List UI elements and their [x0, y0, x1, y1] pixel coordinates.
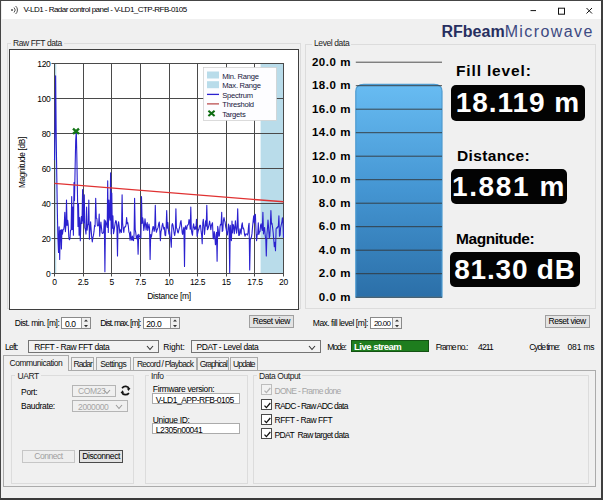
- svg-text:80: 80: [41, 128, 50, 138]
- svg-text:60: 60: [41, 163, 50, 173]
- svg-text:Min. Range: Min. Range: [222, 71, 258, 80]
- svg-text:Magnitude [dB]: Magnitude [dB]: [17, 137, 26, 188]
- svg-text:0: 0: [52, 277, 57, 287]
- svg-text:120: 120: [37, 58, 51, 68]
- svg-text:40: 40: [41, 198, 50, 208]
- svg-text:2.5: 2.5: [77, 277, 88, 287]
- svg-text:10: 10: [164, 277, 173, 287]
- svg-text:Threshold: Threshold: [222, 100, 254, 109]
- svg-text:20: 20: [41, 233, 50, 243]
- svg-text:20: 20: [279, 277, 288, 287]
- svg-text:Distance [m]: Distance [m]: [147, 290, 191, 300]
- svg-text:Spectrum: Spectrum: [222, 90, 253, 99]
- svg-text:17.5: 17.5: [247, 277, 263, 287]
- svg-text:5: 5: [109, 277, 114, 287]
- svg-text:Targets: Targets: [222, 110, 246, 119]
- svg-text:Max. Range: Max. Range: [222, 81, 260, 90]
- svg-text:7.5: 7.5: [134, 277, 145, 287]
- svg-text:12.5: 12.5: [189, 277, 205, 287]
- svg-text:100: 100: [37, 93, 51, 103]
- svg-text:15: 15: [221, 277, 230, 287]
- svg-text:0: 0: [46, 268, 51, 278]
